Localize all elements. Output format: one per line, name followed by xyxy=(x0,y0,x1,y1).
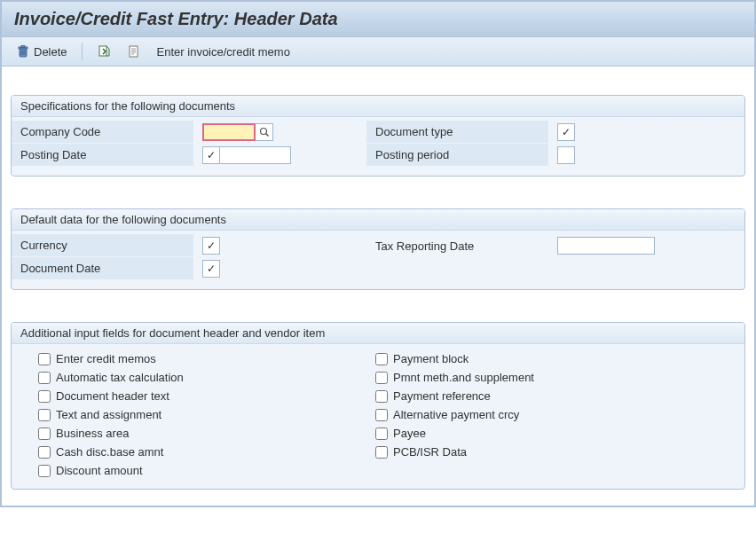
svg-line-13 xyxy=(265,134,268,137)
company-code-f4-button[interactable] xyxy=(256,123,273,141)
additional-fields-group: Additional input fields for document hea… xyxy=(11,322,745,490)
document-date-input[interactable] xyxy=(202,260,220,278)
toolbar: Delete Enter invoice/credit memo xyxy=(2,37,754,67)
pcb-isr-label: PCB/ISR Data xyxy=(393,445,467,459)
business-area-checkbox[interactable] xyxy=(38,428,51,440)
currency-input[interactable] xyxy=(202,237,220,255)
doc-icon-button-1[interactable] xyxy=(91,43,116,60)
payment-block-label: Payment block xyxy=(393,352,469,365)
auto-tax-checkbox[interactable] xyxy=(38,372,51,384)
currency-label: Currency xyxy=(12,234,193,257)
pcb-isr-checkbox[interactable] xyxy=(375,446,388,459)
pmnt-meth-checkbox[interactable] xyxy=(375,372,388,384)
delete-button-label: Delete xyxy=(34,45,67,59)
delete-button[interactable]: Delete xyxy=(11,43,73,60)
toolbar-divider xyxy=(82,43,83,60)
doc-header-text-label: Document header text xyxy=(56,389,169,403)
tax-reporting-date-input[interactable] xyxy=(557,237,655,255)
text-assignment-label: Text and assignment xyxy=(56,408,161,421)
document-icon xyxy=(127,44,141,59)
payee-label: Payee xyxy=(393,427,426,440)
tax-reporting-date-label: Tax Reporting Date xyxy=(366,239,548,253)
enter-credit-memos-label: Enter credit memos xyxy=(56,352,156,365)
text-assignment-checkbox[interactable] xyxy=(38,409,51,421)
default-data-group: Default data for the following documents… xyxy=(11,208,745,290)
posting-period-input[interactable] xyxy=(557,146,575,164)
search-icon xyxy=(259,127,270,137)
svg-rect-2 xyxy=(21,46,25,48)
alt-payment-crcy-label: Alternative payment crcy xyxy=(393,408,519,421)
posting-date-text-input[interactable] xyxy=(220,146,291,164)
title-bar: Invoice/Credit Fast Entry: Header Data xyxy=(2,2,754,37)
company-code-input[interactable] xyxy=(202,123,256,141)
discount-amount-label: Discount amount xyxy=(56,464,143,477)
payment-ref-label: Payment reference xyxy=(393,389,491,403)
svg-rect-7 xyxy=(130,46,138,57)
document-type-input[interactable] xyxy=(557,123,575,141)
enter-memo-label[interactable]: Enter invoice/credit memo xyxy=(157,45,290,59)
enter-credit-memos-checkbox[interactable] xyxy=(38,353,51,365)
doc-icon-button-2[interactable] xyxy=(122,43,146,60)
posting-date-input[interactable] xyxy=(202,146,220,164)
default-data-group-header: Default data for the following documents xyxy=(12,209,744,231)
document-date-label: Document Date xyxy=(12,257,193,280)
posting-period-label: Posting period xyxy=(366,144,548,167)
alt-payment-crcy-checkbox[interactable] xyxy=(375,409,388,421)
specifications-group-header: Specifications for the following documen… xyxy=(12,96,744,117)
trash-icon xyxy=(16,44,30,59)
payee-checkbox[interactable] xyxy=(375,428,388,440)
payment-ref-checkbox[interactable] xyxy=(375,390,388,403)
additional-fields-group-header: Additional input fields for document hea… xyxy=(12,323,744,344)
company-code-label: Company Code xyxy=(12,121,193,144)
payment-block-checkbox[interactable] xyxy=(375,353,388,365)
discount-amount-checkbox[interactable] xyxy=(38,465,51,477)
document-arrow-icon xyxy=(97,44,111,59)
page-title: Invoice/Credit Fast Entry: Header Data xyxy=(14,9,742,29)
auto-tax-label: Automatic tax calculation xyxy=(56,371,184,384)
document-type-label: Document type xyxy=(366,121,548,144)
doc-header-text-checkbox[interactable] xyxy=(38,390,51,403)
svg-point-12 xyxy=(260,129,266,135)
business-area-label: Business area xyxy=(56,427,129,440)
cash-disc-checkbox[interactable] xyxy=(38,446,51,459)
pmnt-meth-label: Pmnt meth.and supplement xyxy=(393,371,534,384)
specifications-group: Specifications for the following documen… xyxy=(11,95,745,177)
cash-disc-label: Cash disc.base amnt xyxy=(56,445,163,459)
posting-date-label: Posting Date xyxy=(12,144,193,167)
